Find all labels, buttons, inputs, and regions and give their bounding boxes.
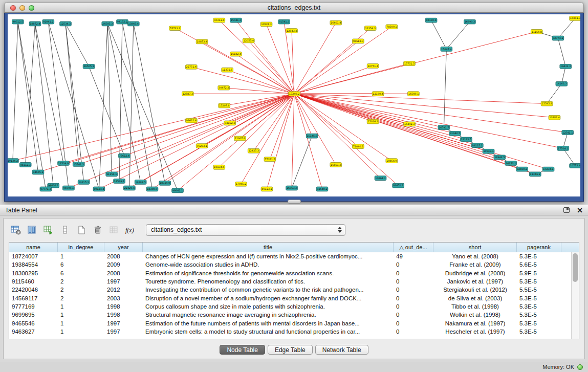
graph-node[interactable]: 10549.1 xyxy=(483,149,494,154)
table-cell[interactable]: 9777169 xyxy=(9,303,58,310)
table-row[interactable]: 946554611997Estimation of the future num… xyxy=(9,319,579,327)
graph-node[interactable]: 18873.4 xyxy=(196,39,208,44)
table-cell[interactable]: Tibbo et al. (1998) xyxy=(433,303,517,310)
graph-node[interactable]: 18123.5 xyxy=(461,137,472,142)
graph-node[interactable]: 88130.4 xyxy=(425,18,437,23)
graph-node[interactable]: 14163.3 xyxy=(556,81,568,86)
graph-node[interactable]: 19134.2 xyxy=(8,159,18,163)
graph-node[interactable]: 12425.3 xyxy=(248,148,259,153)
table-cell[interactable]: 9699695 xyxy=(9,312,58,318)
table-cell[interactable]: 2003 xyxy=(104,295,143,301)
graph-node[interactable]: 76253.1 xyxy=(196,144,208,148)
table-cell[interactable]: 2 xyxy=(58,287,104,293)
graph-node[interactable]: 12587.3 xyxy=(182,92,194,96)
graph-node[interactable]: 30672.2 xyxy=(218,85,230,90)
graph-node[interactable]: 17065.2 xyxy=(235,182,247,186)
table-cell[interactable]: 5.3E-5 xyxy=(517,278,561,285)
table-scrollbar-thumb[interactable] xyxy=(573,253,578,282)
graph-node[interactable]: 10215.3 xyxy=(78,180,90,185)
table-cell[interactable]: 5.3E-5 xyxy=(517,329,561,335)
table-cell[interactable]: Jankovic et al. (1997) xyxy=(433,278,517,285)
graph-node[interactable]: 26505.3 xyxy=(102,21,114,26)
graph-node[interactable]: 12055.4 xyxy=(243,38,254,43)
table-cell[interactable]: 2008 xyxy=(104,270,143,276)
delete-table-disabled-icon[interactable] xyxy=(107,223,121,237)
table-cell[interactable]: 18300295 xyxy=(9,270,58,276)
graph-node[interactable]: 16549.1 xyxy=(408,92,420,96)
table-cell[interactable]: 0 xyxy=(394,261,433,268)
graph-node[interactable]: 14569.1 xyxy=(114,179,125,184)
graph-node[interactable]: 16690.3 xyxy=(464,19,476,24)
graph-node[interactable]: 89124.4 xyxy=(93,187,105,191)
table-cell[interactable]: 1998 xyxy=(104,312,143,318)
float-panel-icon[interactable] xyxy=(563,207,570,213)
graph-node[interactable]: 94152.3 xyxy=(224,121,236,125)
close-window-button[interactable] xyxy=(10,5,16,11)
table-cell[interactable]: de Silva et al. (2003) xyxy=(433,295,517,301)
table-cell[interactable]: Genome-wide association studies in ADHD. xyxy=(143,261,394,268)
table-cell[interactable]: Structural magnetic resonance image aver… xyxy=(143,312,394,318)
delete-icon[interactable] xyxy=(91,223,104,237)
graph-node[interactable]: 11154.8 xyxy=(531,30,542,34)
table-cell[interactable]: 2008 xyxy=(104,253,143,259)
table-cell[interactable]: 1 xyxy=(58,320,104,326)
graph-node[interactable]: 92774.2 xyxy=(552,36,564,40)
function-builder-icon[interactable]: f(x) xyxy=(123,223,137,237)
graph-node[interactable]: 15541.3 xyxy=(73,162,84,167)
table-cell[interactable]: Tourette syndrome. Phenomenology and cla… xyxy=(143,278,394,285)
table-row[interactable]: 911546021997Tourette syndrome. Phenomeno… xyxy=(9,277,579,286)
graph-node[interactable]: 11254.3 xyxy=(364,26,376,31)
show-columns-icon[interactable] xyxy=(25,223,39,237)
import-table-icon[interactable] xyxy=(41,223,55,237)
graph-node[interactable]: 12543.4 xyxy=(286,29,298,33)
graph-node[interactable]: 22420.4 xyxy=(124,186,136,190)
close-panel-icon[interactable]: ✕ xyxy=(577,207,583,213)
column-header-out_degree[interactable]: △ out_de... xyxy=(394,243,433,252)
graph-node[interactable]: 90312.8 xyxy=(213,18,225,23)
graph-node[interactable]: 90312.5 xyxy=(12,19,24,24)
graph-node[interactable]: 91541.3 xyxy=(278,19,290,24)
table-cell[interactable]: 2 xyxy=(58,295,104,301)
column-header-in_degree[interactable]: in_degree xyxy=(58,243,104,252)
graph-node[interactable]: 98621.4 xyxy=(185,118,197,123)
table-row[interactable]: 969969511998Structural magnetic resonanc… xyxy=(9,311,579,319)
table-cell[interactable]: 0 xyxy=(394,270,433,276)
graph-node[interactable]: 89123.1 xyxy=(261,187,273,191)
graph-node[interactable]: 15041.3 xyxy=(230,18,242,23)
table-cell[interactable]: Investigating the contribution of common… xyxy=(143,287,394,293)
tab-network-table[interactable]: Network Table xyxy=(315,345,368,355)
table-cell[interactable]: 1997 xyxy=(104,329,143,335)
table-cell[interactable]: 1 xyxy=(58,303,104,310)
table-cell[interactable]: 5.5E-5 xyxy=(517,287,561,293)
table-cell[interactable]: 5.3E-5 xyxy=(517,303,561,310)
graph-node[interactable]: 98612.3 xyxy=(353,39,364,43)
table-row[interactable]: 2242004622012Investigating the contribut… xyxy=(9,286,579,294)
graph-node[interactable]: 16601.4 xyxy=(330,20,342,25)
graph-node[interactable]: 16253.1 xyxy=(505,161,517,166)
graph-node[interactable]: 92041.2 xyxy=(42,19,54,24)
table-cell[interactable]: 14569117 xyxy=(9,295,58,301)
graph-node[interactable]: 15647.4 xyxy=(441,47,452,52)
graph-node[interactable]: 10773.4 xyxy=(570,163,580,168)
graph-node[interactable]: 97771.3 xyxy=(40,187,52,191)
table-cell[interactable]: 2012 xyxy=(104,287,143,293)
column-header-pagerank[interactable]: pagerank xyxy=(517,243,561,252)
network-canvas[interactable]: 17240.290312.818873.422751.412587.398621… xyxy=(8,14,580,196)
table-cell[interactable]: Estimation of the future numbers of pati… xyxy=(143,320,394,326)
graph-node[interactable]: 19134.5 xyxy=(213,165,225,169)
graph-node[interactable]: 17234.1 xyxy=(542,167,554,171)
graph-node[interactable]: 17240.2 xyxy=(289,92,300,96)
graph-node[interactable]: 14431.3 xyxy=(560,64,572,69)
table-cell[interactable]: 5.9E-5 xyxy=(517,270,561,276)
graph-node[interactable]: 10283.4 xyxy=(549,115,560,120)
table-row[interactable]: 946362711997Embryonic stem cells: a mode… xyxy=(9,327,579,336)
network-canvas-svg[interactable]: 17240.290312.818873.422751.412587.398621… xyxy=(8,14,580,196)
table-cell[interactable]: 1 xyxy=(58,312,104,318)
table-cell[interactable]: 9115460 xyxy=(9,278,58,285)
graph-node[interactable]: 16851.3 xyxy=(330,163,342,167)
table-cell[interactable]: Franke et al. (2009) xyxy=(433,261,517,268)
table-row[interactable]: 1938455462009Genome-wide association stu… xyxy=(9,260,579,269)
graph-node[interactable]: 12160.4 xyxy=(372,92,384,96)
table-cell[interactable]: Embryonic stem cells: a model to study s… xyxy=(143,329,394,335)
graph-node[interactable]: 91942.5 xyxy=(449,131,461,136)
